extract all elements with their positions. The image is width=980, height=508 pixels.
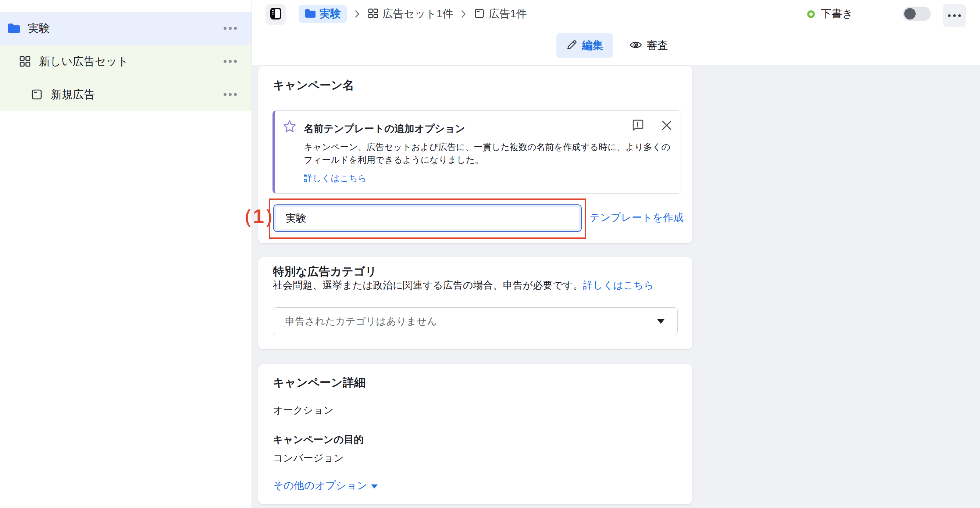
adset-grid-icon — [368, 8, 379, 20]
collapse-sidebar-button[interactable] — [266, 4, 286, 25]
campaign-tree-sidebar: 実験 新しい広告セット 新規広告 — [0, 0, 252, 508]
special-category-description: 社会問題、選挙または政治に関連する広告の場合、申告が必要です。詳しくはこちら — [273, 279, 654, 292]
learn-more-link[interactable]: 詳しくはこちら — [304, 172, 367, 184]
sidebar-item-ad[interactable]: 新規広告 — [0, 78, 251, 111]
star-icon — [283, 120, 296, 135]
campaign-details-card: キャンペーン詳細 オークション キャンペーンの目的 コンバージョン その他のオプ… — [258, 364, 692, 504]
folder-icon — [7, 23, 20, 34]
draft-status: 下書き — [807, 0, 853, 28]
sidebar-item-label: 実験 — [28, 21, 50, 36]
dropdown-caret-icon — [657, 319, 665, 324]
caret-down-icon — [371, 484, 378, 489]
breadcrumb-ad-label: 広告1件 — [489, 6, 527, 21]
breadcrumb: 実験 広告セット1件 広告1件 — [299, 0, 527, 28]
adset-grid-icon — [19, 56, 31, 67]
publish-toggle[interactable] — [903, 6, 931, 21]
tab-review[interactable]: 審査 — [623, 33, 675, 58]
annotation-number: （1） — [233, 203, 284, 230]
breadcrumb-campaign-label: 実験 — [320, 6, 341, 21]
row-menu-dots-icon[interactable] — [224, 27, 237, 30]
create-template-link[interactable]: テンプレートを作成 — [589, 211, 684, 225]
chevron-right-icon — [355, 10, 360, 18]
campaign-name-input[interactable] — [273, 204, 582, 232]
report-feedback-icon[interactable] — [631, 119, 644, 133]
pencil-icon — [566, 39, 578, 52]
sidebar-item-label: 新しい広告セット — [39, 54, 129, 69]
tab-edit[interactable]: 編集 — [556, 33, 613, 58]
category-dropdown-value: 申告されたカテゴリはありません — [285, 315, 437, 328]
breadcrumb-ad[interactable]: 広告1件 — [474, 6, 527, 21]
row-menu-dots-icon[interactable] — [224, 93, 237, 96]
name-template-notice: 名前テンプレートの追加オプション キャンペーン、広告セットおよび広告に、一貫した… — [272, 110, 681, 194]
draft-status-label: 下書き — [821, 6, 853, 21]
more-options-button[interactable] — [943, 4, 966, 27]
sidebar-item-campaign[interactable]: 実験 — [0, 12, 251, 45]
buying-type-value: オークション — [273, 403, 334, 417]
breadcrumb-campaign[interactable]: 実験 — [299, 5, 347, 23]
row-menu-dots-icon[interactable] — [224, 60, 237, 63]
campaign-name-card: キャンペーン名 名前テンプレートの追加オプション キャンペーン、広告セットおよび… — [258, 66, 692, 243]
breadcrumb-adset-label: 広告セット1件 — [382, 6, 453, 21]
tab-review-label: 審査 — [647, 38, 668, 53]
card-title: キャンペーン詳細 — [273, 375, 366, 391]
eye-icon — [630, 40, 642, 51]
category-dropdown[interactable]: 申告されたカテゴリはありません — [273, 307, 678, 335]
objective-value: コンバージョン — [273, 451, 344, 465]
ad-page-icon — [474, 8, 485, 20]
ad-page-icon — [31, 89, 43, 100]
special-category-card: 特別な広告カテゴリ 社会問題、選挙または政治に関連する広告の場合、申告が必要です… — [258, 257, 692, 349]
more-options-link[interactable]: その他のオプション — [273, 479, 378, 492]
sidebar-item-label: 新規広告 — [51, 87, 95, 102]
notice-title: 名前テンプレートの追加オプション — [304, 122, 465, 135]
learn-more-link[interactable]: 詳しくはこちら — [583, 280, 654, 291]
tab-edit-label: 編集 — [582, 38, 603, 53]
objective-label: キャンペーンの目的 — [273, 433, 364, 446]
card-title: 特別な広告カテゴリ — [273, 264, 377, 279]
card-title: キャンペーン名 — [273, 78, 354, 93]
close-icon[interactable] — [661, 119, 673, 133]
breadcrumb-adset[interactable]: 広告セット1件 — [368, 6, 453, 21]
draft-status-icon — [807, 10, 815, 18]
sidebar-panel-icon — [270, 7, 282, 22]
toggle-knob — [904, 8, 916, 19]
chevron-right-icon — [461, 10, 466, 18]
notice-body: キャンペーン、広告セットおよび広告に、一貫した複数の名前を作成する時に、より多く… — [304, 140, 671, 166]
sidebar-item-adset[interactable]: 新しい広告セット — [0, 45, 251, 78]
folder-icon — [304, 8, 315, 20]
